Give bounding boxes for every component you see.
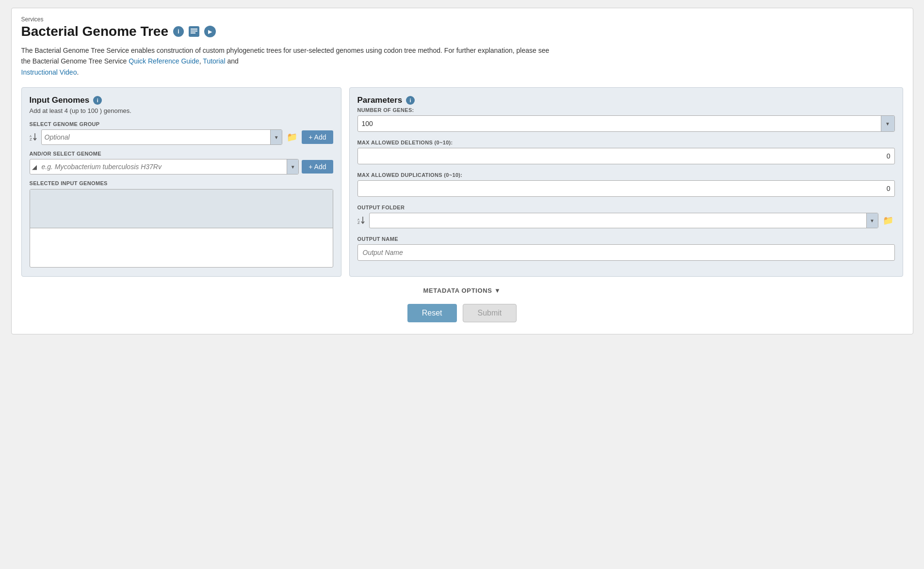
genome-add-button[interactable]: + Add [302, 160, 333, 174]
parameters-title: Parameters i [357, 95, 895, 105]
num-genes-field: NUMBER OF GENES: ▼ [357, 107, 895, 132]
input-genomes-info-icon[interactable]: i [93, 96, 102, 105]
output-folder-field: OUTPUT FOLDER A Z ▼ 📁 [357, 205, 895, 228]
genome-input[interactable] [39, 163, 287, 171]
svg-rect-0 [191, 29, 197, 30]
output-folder-icon[interactable]: 📁 [881, 214, 895, 227]
output-folder-dropdown-arrow[interactable]: ▼ [866, 213, 878, 228]
selected-input-genomes-label: SELECTED INPUT GENOMES [30, 180, 333, 186]
input-genomes-title: Input Genomes i [30, 95, 333, 105]
input-genomes-panel: Input Genomes i Add at least 4 (up to 10… [21, 87, 341, 277]
selected-genomes-area [30, 189, 333, 268]
services-label: Services [21, 16, 903, 23]
parameters-panel: Parameters i NUMBER OF GENES: ▼ MAX ALLO… [349, 87, 903, 277]
output-folder-input-wrapper[interactable]: ▼ [369, 213, 878, 228]
max-deletions-input-row [357, 148, 895, 164]
max-deletions-field: MAX ALLOWED DELETIONS (0~10): [357, 140, 895, 164]
submit-button[interactable]: Submit [463, 304, 517, 322]
description: The Bacterial Genome Tree Service enable… [21, 45, 555, 78]
reset-button[interactable]: Reset [407, 304, 457, 322]
input-genomes-subtitle: Add at least 4 (up to 100 ) genomes. [30, 107, 333, 114]
page-title: Bacterial Genome Tree [21, 24, 168, 39]
num-genes-input[interactable] [358, 120, 881, 127]
and-or-select-genome-label: AND/OR SELECT GENOME [30, 151, 333, 157]
select-genome-row: ◢ ▼ + Add [30, 159, 333, 174]
num-genes-input-row: ▼ [357, 115, 895, 132]
tutorial-link[interactable]: Tutorial [203, 57, 225, 65]
output-folder-label: OUTPUT FOLDER [357, 205, 895, 210]
output-name-label: OUTPUT NAME [357, 236, 895, 242]
instructional-video-link[interactable]: Instructional Video [21, 68, 77, 76]
svg-rect-1 [191, 31, 197, 32]
list-icon[interactable] [189, 26, 199, 37]
genome-group-row: A Z ▼ 📁 + Add [30, 129, 333, 145]
output-folder-input[interactable] [370, 217, 866, 224]
num-genes-dropdown-arrow[interactable]: ▼ [881, 116, 894, 131]
max-duplications-label: MAX ALLOWED DUPLICATIONS (0~10): [357, 172, 895, 178]
max-deletions-input[interactable] [358, 148, 894, 164]
quick-reference-link[interactable]: Quick Reference Guide [129, 57, 199, 65]
max-deletions-label: MAX ALLOWED DELETIONS (0~10): [357, 140, 895, 145]
num-genes-label: NUMBER OF GENES: [357, 107, 895, 113]
svg-rect-2 [191, 32, 195, 33]
output-folder-row: A Z ▼ 📁 [357, 213, 895, 228]
selected-genomes-inner [30, 190, 333, 228]
max-duplications-input[interactable] [358, 181, 894, 196]
genome-group-dropdown-arrow[interactable]: ▼ [270, 130, 282, 144]
metadata-options-button[interactable]: METADATA OPTIONS ▼ [423, 287, 501, 294]
genome-dropdown-arrow[interactable]: ▼ [287, 159, 298, 174]
output-name-input[interactable] [357, 244, 895, 261]
genome-select[interactable]: ◢ ▼ [30, 159, 299, 174]
actions-row: Reset Submit [21, 304, 903, 322]
info-icon[interactable]: i [173, 26, 184, 37]
page-wrapper: Services Bacterial Genome Tree i ▶ The B… [11, 8, 913, 334]
genome-group-select[interactable]: ▼ [41, 129, 283, 145]
genome-group-folder-icon[interactable]: 📁 [285, 130, 299, 144]
filter-icon: ◢ [30, 163, 39, 171]
page-title-row: Bacterial Genome Tree i ▶ [21, 24, 903, 39]
max-duplications-field: MAX ALLOWED DUPLICATIONS (0~10): [357, 172, 895, 197]
output-name-field: OUTPUT NAME [357, 236, 895, 261]
select-genome-group-label: SELECT GENOME GROUP [30, 121, 333, 127]
output-sort-az-icon: A Z [357, 216, 366, 226]
svg-text:Z: Z [30, 137, 32, 141]
max-duplications-input-row [357, 180, 895, 197]
play-icon[interactable]: ▶ [204, 26, 216, 37]
genome-group-add-button[interactable]: + Add [302, 130, 333, 144]
genome-group-input[interactable] [42, 133, 271, 141]
svg-text:Z: Z [357, 221, 360, 224]
parameters-info-icon[interactable]: i [406, 96, 415, 105]
panels-row: Input Genomes i Add at least 4 (up to 10… [21, 87, 903, 277]
sort-az-icon: A Z [30, 132, 38, 142]
selected-genomes-bottom [30, 228, 333, 267]
metadata-row: METADATA OPTIONS ▼ [21, 286, 903, 294]
